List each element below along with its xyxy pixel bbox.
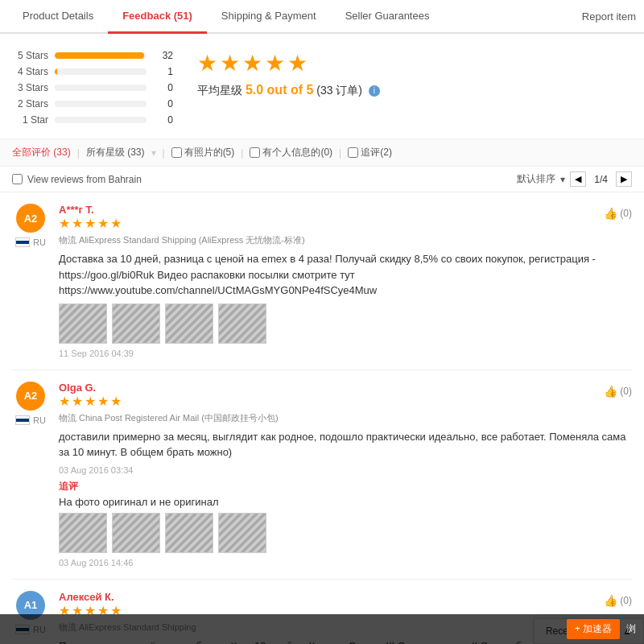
star-1-bar [55, 117, 147, 123]
rs1-1: ★ [59, 216, 70, 231]
sort-label: 默认排序 [517, 172, 555, 186]
review-img-r1-2[interactable] [112, 303, 160, 344]
star-row-4: 4 Stars 1 [12, 66, 173, 77]
star-4-icon: ★ [265, 50, 285, 76]
filter-all[interactable]: 全部评价 (33) [12, 146, 71, 159]
filter-personal-text: 有个人信息的(0) [262, 146, 332, 159]
tab-product-details[interactable]: Product Details [8, 0, 108, 34]
tab-feedback[interactable]: Feedback (51) [108, 0, 207, 34]
filter-all-stars[interactable]: 所有星级 (33) [86, 146, 145, 159]
star-4-count: 1 [153, 66, 173, 77]
rs2-1: ★ [59, 394, 70, 409]
filter-personal-checkbox[interactable] [250, 147, 260, 158]
review-img-r2-3[interactable] [165, 513, 213, 553]
star-5-icon: ★ [287, 50, 308, 76]
star-5-count: 32 [153, 50, 173, 61]
star-4-bar [55, 68, 147, 75]
reviewer-avatar-r2: A2 [16, 382, 45, 411]
star-4-label: 4 Stars [12, 66, 48, 77]
rs2-3: ★ [85, 394, 96, 409]
filter-sep-5: | [339, 147, 341, 159]
flag-r2 [15, 415, 30, 425]
review-text-r1: Доставка за 10 дней, разница с ценой на … [59, 251, 632, 299]
review-date-r2: 03 Aug 2016 03:34 [59, 465, 632, 475]
region-filter: View reviews from Bahrain 默认排序 ▾ ◀ 1/4 ▶ [0, 167, 644, 192]
filter-followup-checkbox[interactable] [348, 147, 358, 158]
like-icon-r2: 👍 [604, 385, 617, 398]
review-img-r2-1[interactable] [59, 513, 107, 553]
filter-followup-label[interactable]: 追评(2) [348, 146, 392, 159]
star-3-bar [55, 85, 147, 91]
review-stars-r2: ★ ★ ★ ★ ★ [59, 394, 279, 409]
stars-large: ★ ★ ★ ★ ★ [197, 50, 380, 76]
review-img-r1-1[interactable] [59, 303, 107, 344]
review-text-r2: доставили примерно за месяц, выглядит ка… [59, 429, 632, 460]
review-item-r1: A2 RU A***г T. ★ ★ ★ ★ ★ 物流 AliExp [12, 192, 632, 370]
filter-followup-text: 追评(2) [361, 146, 392, 159]
filter-photos-text: 有照片的(5) [184, 146, 235, 159]
review-like-r1[interactable]: 👍 (0) [604, 207, 632, 220]
info-icon[interactable]: i [369, 85, 380, 97]
review-img-r2-2[interactable] [112, 513, 160, 553]
review-img-r1-4[interactable] [218, 303, 266, 344]
reviewer-name-r1[interactable]: A***г T. [59, 204, 305, 216]
tab-seller-guarantees[interactable]: Seller Guarantees [331, 0, 444, 34]
filter-photos-checkbox[interactable] [171, 147, 182, 158]
page-prev-btn[interactable]: ◀ [570, 171, 586, 187]
review-img-r1-3[interactable] [165, 303, 213, 344]
flag-r1 [15, 237, 30, 247]
add-button[interactable]: + 加速器 [567, 619, 620, 639]
star-5-fill [55, 52, 144, 59]
review-shipping-r1: 物流 AliExpress Standard Shipping (AliExpr… [59, 234, 305, 246]
average-label: 平均星级 [197, 84, 242, 97]
rs1-2: ★ [72, 216, 83, 231]
bottom-bar: + 加速器 浏 [0, 614, 644, 644]
reviewer-avatar-r1: A2 [16, 204, 45, 233]
star-1-count: 0 [153, 114, 173, 126]
review-img-r2-4[interactable] [218, 513, 266, 553]
filter-photos-label[interactable]: 有照片的(5) [171, 146, 235, 159]
star-2-bar [55, 101, 147, 107]
region-checkbox[interactable] [12, 174, 23, 184]
rating-summary: 5 Stars 32 4 Stars 1 3 Stars 0 2 Stars [0, 34, 644, 138]
reviewer-name-r3[interactable]: Алексей К. [59, 591, 196, 603]
star-5-label: 5 Stars [12, 50, 48, 61]
star-2-count: 0 [153, 98, 173, 109]
rs2-4: ★ [97, 394, 109, 409]
followup-label-r2: 追评 [59, 480, 632, 493]
star-3-icon: ★ [242, 50, 262, 76]
review-shipping-r2: 物流 China Post Registered Air Mail (中国邮政挂… [59, 412, 279, 424]
rs1-4: ★ [97, 216, 109, 231]
rs2-2: ★ [72, 394, 83, 409]
page-info: 1/4 [591, 174, 611, 185]
tabs-bar: Product Details Feedback (51) Shipping &… [0, 0, 644, 34]
tab-shipping[interactable]: Shipping & Payment [207, 0, 331, 34]
reviewer-country-r1: RU [15, 237, 46, 247]
review-content-r2: Olga G. ★ ★ ★ ★ ★ 物流 China Post Register… [59, 382, 632, 568]
rs2-5: ★ [110, 394, 122, 409]
review-like-r2[interactable]: 👍 (0) [604, 385, 632, 398]
filter-bar: 全部评价 (33) | 所有星级 (33) ▾ | 有照片的(5) | 有个人信… [0, 138, 644, 167]
rating-text: 平均星级 5.0 out of 5 (33 订单) i [197, 83, 380, 98]
review-images-r1 [59, 303, 632, 344]
filter-sep-4: | [241, 147, 243, 159]
review-like-r3[interactable]: 👍 (0) [604, 594, 632, 607]
like-icon-r1: 👍 [604, 207, 617, 220]
rs1-5: ★ [110, 216, 122, 231]
star-4-fill [55, 68, 57, 75]
like-count-r3: (0) [620, 595, 632, 606]
review-item-r2: A2 RU Olga G. ★ ★ ★ ★ ★ 物流 China P [12, 370, 632, 580]
average-value: 5.0 out of 5 [246, 83, 313, 97]
followup-text-r2: На фото оригинал и не оригинал [59, 496, 632, 508]
report-item-link[interactable]: Report item [582, 1, 636, 32]
reviewer-name-r2[interactable]: Olga G. [59, 382, 279, 394]
followup-date-r2: 03 Aug 2016 14:46 [59, 558, 632, 568]
star-1-icon: ★ [197, 50, 217, 76]
star-3-label: 3 Stars [12, 82, 48, 93]
rs1-3: ★ [85, 216, 96, 231]
review-date-r1: 11 Sep 2016 04:39 [59, 349, 632, 358]
star-row-2: 2 Stars 0 [12, 98, 173, 109]
orders-count: (33 订单) [316, 84, 362, 97]
page-next-btn[interactable]: ▶ [616, 171, 632, 187]
filter-personal-label[interactable]: 有个人信息的(0) [250, 146, 332, 159]
